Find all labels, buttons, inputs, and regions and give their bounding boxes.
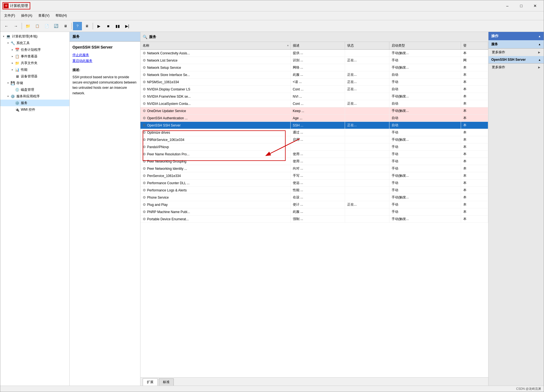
table-row[interactable]: ⚙Network Setup Service 网络 ... 手动(触发... 本 — [140, 64, 488, 71]
table-row[interactable]: ⚙NVIDIA LocalSystem Conta... Cont ... 正在… — [140, 100, 488, 107]
main-window: ⚙ 计算机管理 – □ ✕ 文件(F) 操作(A) 查看(V) 帮助(H) ← … — [0, 0, 544, 392]
cell-login: 本 — [461, 179, 488, 187]
table-row[interactable]: ⚙Portable Device Enumerat... 强制 ... 手动(触… — [140, 216, 488, 223]
table-row[interactable]: ⚙Peer Networking Identity ... 向对 ... 手动 … — [140, 165, 488, 172]
gear-icon: ⚙ — [143, 159, 146, 163]
cell-desc: Cont ... — [290, 100, 345, 107]
col-header-status[interactable]: 状态 — [345, 42, 389, 50]
right-item-more-ops-2[interactable]: 更多操作 ▶ — [488, 64, 544, 71]
cell-desc: Keep ... — [290, 107, 345, 115]
col-header-name[interactable]: 名称 ▲ — [140, 42, 290, 50]
menu-action[interactable]: 操作(A) — [18, 12, 35, 19]
table-row[interactable]: ⚙NPSMSvc_1061e334 <读 ... 正在... 手动 本 — [140, 79, 488, 86]
console-button[interactable]: 🖥 — [82, 22, 91, 30]
table-row[interactable]: ⚙PenService_1061e334 手写 ... 手动(触发... 本 — [140, 172, 488, 179]
sidebar-item-scheduler[interactable]: ► 📅 任务计划程序 — [0, 46, 69, 53]
computer-button[interactable]: 🖥 — [61, 22, 70, 30]
col-header-desc[interactable]: 描述 — [290, 42, 345, 50]
sidebar-item-device[interactable]: ► 🖥 设备管理器 — [0, 73, 69, 80]
right-section-services[interactable]: 服务 ▲ — [488, 40, 544, 49]
play-button[interactable]: ▶ — [94, 22, 103, 30]
right-item-more-ops-1[interactable]: 更多操作 ▶ — [488, 49, 544, 56]
sidebar-item-system[interactable]: ▼ 🔧 系统工具 — [0, 40, 69, 46]
cell-desc: 使远 ... — [290, 179, 345, 187]
sidebar-item-disk[interactable]: ► 💿 磁盘管理 — [0, 86, 69, 93]
stop-button[interactable]: ■ — [104, 22, 113, 30]
sidebar-item-storage[interactable]: ▼ 💾 存储 — [0, 80, 69, 86]
table-row[interactable]: ⚙Phone Service 在设 ... 手动(触发... 本 — [140, 194, 488, 201]
help-button[interactable]: ? — [73, 22, 82, 30]
minimize-button[interactable]: – — [501, 2, 514, 10]
col-header-login[interactable]: 登 — [461, 42, 488, 50]
refresh-button[interactable]: 🔄 — [52, 22, 61, 30]
right-section-openssh[interactable]: OpenSSH SSH Server ▲ — [488, 56, 544, 64]
table-row[interactable]: ⚙Performance Logs & Alerts 性能 ... 手动 本 — [140, 187, 488, 194]
sidebar-item-services[interactable]: ► ⚙️ 服务 — [0, 100, 69, 106]
cell-desc: Age ... — [290, 115, 345, 122]
table-row[interactable]: ⚙Performance Counter DLL ... 使远 ... 手动 本 — [140, 179, 488, 187]
cell-desc: <读 ... — [290, 79, 345, 86]
table-row[interactable]: ⚙PandaVPNovp 手动 本 — [140, 143, 488, 151]
right-section-services-arrow: ▲ — [538, 43, 541, 46]
cell-name: ⚙Phone Service — [140, 194, 290, 201]
cell-name: ⚙OpenSSH Authentication ... — [140, 115, 290, 122]
sidebar-item-shared[interactable]: ► 📁 共享文件夹 — [0, 60, 69, 66]
cell-name: ⚙PenService_1061e334 — [140, 172, 290, 179]
table-row[interactable]: ⚙OneDrive Updater Service Keep ... 手动(触发… — [140, 107, 488, 115]
cell-starttype: 自动 — [389, 122, 461, 129]
sidebar-item-computer[interactable]: ▼ 💻 计算机管理(本地) — [0, 33, 69, 40]
cell-status — [345, 208, 389, 216]
forward-button[interactable]: → — [11, 22, 20, 30]
table-row[interactable]: ⚙Optimize drives 通过 ... 手动 本 — [140, 129, 488, 136]
right-section-openssh-label: OpenSSH SSH Server — [491, 58, 526, 62]
cell-status — [345, 151, 389, 158]
cell-starttype: 手动(触发... — [389, 107, 461, 115]
right-section-services-label: 服务 — [491, 42, 498, 47]
table-row[interactable]: ⚙PNRP Machine Name Publ... 此服 ... 手动 本 — [140, 208, 488, 216]
sidebar-item-perf[interactable]: ► 📊 性能 — [0, 66, 69, 73]
maximize-button[interactable]: □ — [515, 2, 528, 10]
restart-service-link[interactable]: 重启动此服务 — [72, 59, 137, 63]
sidebar-item-event[interactable]: ► 📋 事件查看器 — [0, 53, 69, 60]
pause-button[interactable]: ▮▮ — [113, 22, 122, 30]
close-button[interactable]: ✕ — [529, 2, 542, 10]
table-row[interactable]: ⚙Peer Name Resolution Pro... 使用 ... 手动 本 — [140, 151, 488, 158]
table-row[interactable]: ⚙P9RdrService_1061e334 启用 ... 手动(触发... 本 — [140, 136, 488, 143]
cell-starttype: 手动(触发... — [389, 93, 461, 100]
properties-button[interactable]: 📄 — [42, 22, 51, 30]
tab-standard[interactable]: 标准 — [159, 378, 174, 386]
table-row[interactable]: ⚙Network Connectivity Assis... 提供 ... 手动… — [140, 50, 488, 57]
gear-icon: ⚙ — [143, 130, 146, 135]
skip-button[interactable]: ▶| — [123, 22, 132, 30]
table-row[interactable]: ⚙NVIDIA FrameView SDK se... NVI ... 手动(触… — [140, 93, 488, 100]
cell-login: 本 — [461, 187, 488, 194]
stop-service-link[interactable]: 停止此服务 — [72, 53, 137, 57]
window-title: 计算机管理 — [10, 3, 28, 8]
cell-desc: 使用 ... — [290, 151, 345, 158]
table-row[interactable]: ⚙OpenSSH SSH Server SSH ... 正在... 自动 本 — [140, 122, 488, 129]
table-row[interactable]: ⚙OpenSSH Authentication ... Age ... 自动 本 — [140, 115, 488, 122]
back-button[interactable]: ← — [2, 22, 11, 30]
sidebar-item-wmi[interactable]: ► 🔌 WMI 控件 — [0, 106, 69, 113]
cell-status — [345, 136, 389, 143]
cell-login: 本 — [461, 115, 488, 122]
table-row[interactable]: ⚙NVIDIA Display Container LS Cont ... 正在… — [140, 86, 488, 93]
table-row[interactable]: ⚙Network List Service 识别 ... 正在... 手动 网 — [140, 57, 488, 64]
col-header-starttype[interactable]: 启动类型 — [389, 42, 461, 50]
cell-name: ⚙P9RdrService_1061e334 — [140, 136, 290, 143]
label-device: 设备管理器 — [21, 74, 37, 79]
sidebar-item-services-apps[interactable]: ▼ ⚙️ 服务和应用程序 — [0, 93, 69, 100]
gear-icon: ⚙ — [143, 217, 146, 221]
gear-icon: ⚙ — [143, 181, 146, 185]
icon-shared: 📁 — [15, 60, 20, 65]
menu-file[interactable]: 文件(F) — [1, 12, 18, 19]
menu-view[interactable]: 查看(V) — [36, 12, 52, 19]
table-row[interactable]: ⚙Peer Networking Grouping 使用 ... 手动 本 — [140, 158, 488, 165]
table-row[interactable]: ⚙Plug and Play 使计 ... 正在... 手动 本 — [140, 201, 488, 208]
copy-button[interactable]: 📋 — [33, 22, 42, 30]
tab-extend[interactable]: 扩展 — [143, 378, 158, 386]
table-row[interactable]: ⚙Network Store Interface Se... 此服 ... 正在… — [140, 71, 488, 79]
cell-starttype: 手动 — [389, 158, 461, 165]
open-button[interactable]: 📁 — [23, 22, 32, 30]
menu-help[interactable]: 帮助(H) — [53, 12, 70, 19]
